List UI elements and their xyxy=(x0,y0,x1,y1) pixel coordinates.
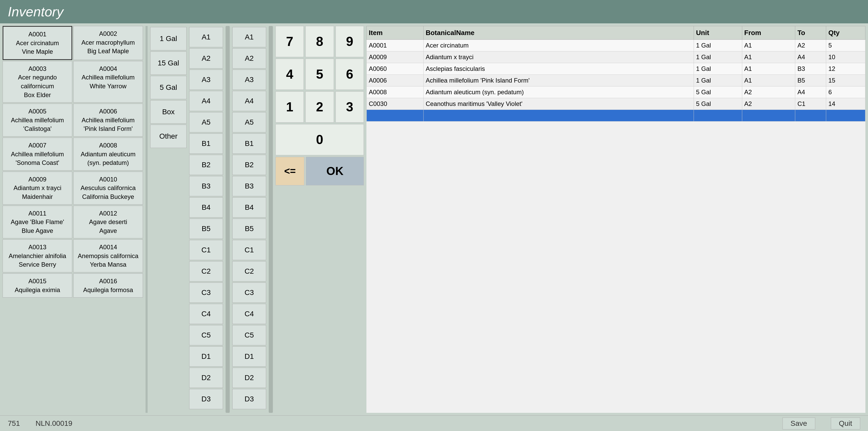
location-button-b[interactable]: B3 xyxy=(232,176,266,196)
location-button-b[interactable]: D1 xyxy=(232,346,266,367)
save-button[interactable]: Save xyxy=(782,418,815,429)
numpad-button[interactable]: 3 xyxy=(336,91,364,123)
plant-id: A0016 xyxy=(75,277,141,286)
location-button-b[interactable]: B2 xyxy=(232,155,266,175)
plant-cell[interactable]: A0008 Adiantum aleuticum (syn. pedatum) xyxy=(73,138,143,171)
location-button-b[interactable]: C5 xyxy=(232,325,266,345)
size-button[interactable]: Other xyxy=(150,125,187,148)
plant-cell[interactable]: A0007 Achillea millefolium 'Sonoma Coast… xyxy=(3,138,72,171)
location-button-a[interactable]: D3 xyxy=(189,389,223,409)
numpad-button[interactable]: 7 xyxy=(276,26,304,57)
location-button-a[interactable]: C4 xyxy=(189,304,223,324)
col-from: From xyxy=(742,26,795,40)
numpad-button[interactable]: 2 xyxy=(305,91,334,123)
backspace-button[interactable]: <= xyxy=(276,157,304,186)
plant-cell[interactable]: A0009 Adiantum x trayci Maidenhair xyxy=(3,172,72,205)
location-button-a[interactable]: C3 xyxy=(189,283,223,303)
plant-cell[interactable]: A0001 Acer circinatum Vine Maple xyxy=(3,26,72,60)
table-cell-item: A0008 xyxy=(367,87,424,98)
plant-common: California Buckeye xyxy=(75,192,141,201)
quit-button[interactable]: Quit xyxy=(831,418,860,429)
plant-cell[interactable]: A0011 Agave 'Blue Flame' Blue Agave xyxy=(3,206,72,239)
table-cell-name: Adiantum aleuticum (syn. pedatum) xyxy=(423,87,693,98)
plant-cell[interactable]: A0004 Achillea millefolium White Yarrow xyxy=(73,61,143,103)
plant-id: A0014 xyxy=(75,243,141,252)
plant-id: A0008 xyxy=(75,141,141,150)
table-row[interactable]: A0008Adiantum aleuticum (syn. pedatum)5 … xyxy=(367,87,865,98)
location-button-a[interactable]: B5 xyxy=(189,219,223,239)
plant-id: A0001 xyxy=(5,30,69,39)
plant-cell[interactable]: A0014 Anemopsis californica Yerba Mansa xyxy=(73,239,143,272)
table-cell-to: A4 xyxy=(795,87,826,98)
size-button[interactable]: 5 Gal xyxy=(150,76,187,99)
numpad-row-1: 789 xyxy=(276,26,364,57)
plant-common: Yerba Mansa xyxy=(75,260,141,269)
plant-cell[interactable]: A0012 Agave deserti Agave xyxy=(73,206,143,239)
table-cell-unit: 1 Gal xyxy=(694,40,742,52)
location-button-a[interactable]: D2 xyxy=(189,368,223,388)
location-button-b[interactable]: D3 xyxy=(232,389,266,409)
location-button-a[interactable]: B4 xyxy=(189,197,223,218)
numpad-button[interactable]: 5 xyxy=(305,59,334,90)
plant-cell[interactable]: A0015 Aquilegia eximia xyxy=(3,273,72,298)
numpad-button[interactable]: 8 xyxy=(305,26,334,57)
plant-cell[interactable]: A0016 Aquilegia formosa xyxy=(73,273,143,298)
location-button-a[interactable]: D1 xyxy=(189,346,223,367)
location-button-b[interactable]: C4 xyxy=(232,304,266,324)
location-button-b[interactable]: C1 xyxy=(232,240,266,260)
numpad-zero-button[interactable]: 0 xyxy=(276,124,364,155)
location-button-b[interactable]: A2 xyxy=(232,48,266,69)
size-button[interactable]: Box xyxy=(150,100,187,124)
table-row[interactable]: A0009Adiantum x trayci1 GalA1A410 xyxy=(367,52,865,63)
numpad-button[interactable]: 1 xyxy=(276,91,304,123)
table-cell-item: A0009 xyxy=(367,52,424,63)
plant-cell[interactable]: A0006 Achillea millefolium 'Pink Island … xyxy=(73,104,143,137)
location-button-a[interactable]: C1 xyxy=(189,240,223,260)
numpad-button[interactable]: 9 xyxy=(336,26,364,57)
location-button-a[interactable]: A4 xyxy=(189,91,223,111)
location-button-a[interactable]: C5 xyxy=(189,325,223,345)
location-button-a[interactable]: A5 xyxy=(189,112,223,132)
plant-cell[interactable]: A0010 Aesculus californica California Bu… xyxy=(73,172,143,205)
location-button-b[interactable]: B1 xyxy=(232,133,266,154)
plant-name: Agave 'Blue Flame' xyxy=(5,218,70,226)
col-unit: Unit xyxy=(694,26,742,40)
location-button-b[interactable]: A5 xyxy=(232,112,266,132)
table-cell-from: A1 xyxy=(742,75,795,87)
location-button-a[interactable]: A2 xyxy=(189,48,223,69)
location-button-a[interactable]: B3 xyxy=(189,176,223,196)
plant-cell[interactable]: A0003 Acer negundo californicum Box Elde… xyxy=(3,61,72,103)
location-button-b[interactable]: C2 xyxy=(232,261,266,281)
location-button-b[interactable]: A4 xyxy=(232,91,266,111)
plant-cell[interactable]: A0005 Achillea millefolium 'Calistoga' xyxy=(3,104,72,137)
table-cell-from: A1 xyxy=(742,52,795,63)
plant-cell[interactable]: A0002 Acer macrophyllum Big Leaf Maple xyxy=(73,26,143,60)
location-button-b[interactable]: B4 xyxy=(232,197,266,218)
location-button-b[interactable]: C3 xyxy=(232,283,266,303)
divider xyxy=(146,26,148,413)
table-cell-name xyxy=(423,110,693,122)
location-button-a[interactable]: B1 xyxy=(189,133,223,154)
table-row[interactable]: A0006Achillea millefolium 'Pink Island F… xyxy=(367,75,865,87)
size-button[interactable]: 15 Gal xyxy=(150,52,187,75)
table-row[interactable] xyxy=(367,110,865,122)
numpad-button[interactable]: 6 xyxy=(336,59,364,90)
plant-cell[interactable]: A0013 Amelanchier alnifolia Service Berr… xyxy=(3,239,72,272)
table-cell-unit: 5 Gal xyxy=(694,87,742,98)
location-button-a[interactable]: C2 xyxy=(189,261,223,281)
numpad-button[interactable]: 4 xyxy=(276,59,304,90)
ok-button[interactable]: OK xyxy=(306,157,364,186)
location-button-b[interactable]: A1 xyxy=(232,27,266,47)
location-button-b[interactable]: B5 xyxy=(232,219,266,239)
location-button-a[interactable]: A1 xyxy=(189,27,223,47)
location-button-a[interactable]: B2 xyxy=(189,155,223,175)
location-button-b[interactable]: A3 xyxy=(232,70,266,90)
main-content: A0001 Acer circinatum Vine MapleA0002 Ac… xyxy=(0,23,868,416)
table-row[interactable]: C0030Ceanothus maritimus 'Valley Violet'… xyxy=(367,98,865,110)
table-cell-item: A0060 xyxy=(367,63,424,75)
table-row[interactable]: A0060Asclepias fascicularis1 GalA1B312 xyxy=(367,63,865,75)
location-button-b[interactable]: D2 xyxy=(232,368,266,388)
size-button[interactable]: 1 Gal xyxy=(150,27,187,51)
location-button-a[interactable]: A3 xyxy=(189,70,223,90)
table-row[interactable]: A0001Acer circinatum1 GalA1A25 xyxy=(367,40,865,52)
